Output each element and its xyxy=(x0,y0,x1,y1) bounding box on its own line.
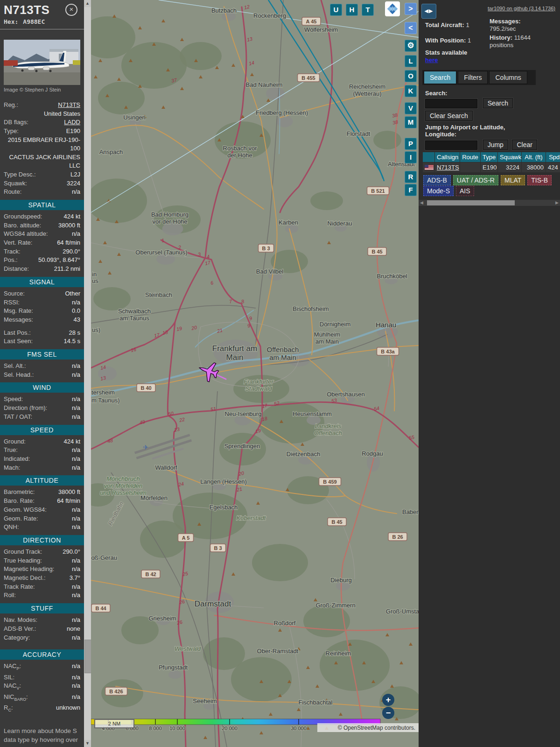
zoom-in-button[interactable]: + xyxy=(382,694,394,706)
row-label: Roll: xyxy=(4,591,16,600)
tab-filters[interactable]: Filters xyxy=(458,71,488,84)
column-header-flag[interactable] xyxy=(423,152,435,162)
route-cell xyxy=(460,162,481,173)
road-badge: B 521 xyxy=(367,187,389,195)
row-value-link[interactable]: LADD xyxy=(31,118,80,127)
source-chip-adsb[interactable]: ADS-B xyxy=(423,175,451,185)
map-svg[interactable]: ✈ A 45B 455B 521B 3B 45B 43aB 40B 459B 4… xyxy=(91,0,419,747)
map-toggle-F[interactable]: F xyxy=(405,184,417,196)
source-chip-modes[interactable]: Mode-S xyxy=(423,186,454,196)
scroll-up-icon[interactable]: ▲ xyxy=(84,0,91,7)
scroll-left-icon[interactable]: ◀ xyxy=(419,200,425,206)
map-label: Fischbachtal xyxy=(299,699,333,706)
svg-text:A 45: A 45 xyxy=(306,19,317,24)
map-button-H[interactable]: H xyxy=(346,4,358,16)
road-badge: B 40 xyxy=(137,384,155,392)
column-header-squawk[interactable]: Squawk xyxy=(498,152,522,162)
data-row: NACV:n/a xyxy=(0,682,84,692)
map-toggle-I[interactable]: I xyxy=(405,151,417,163)
map-label: Heusenstamm xyxy=(293,410,332,417)
data-row: Baro. altitude:38000 ft xyxy=(0,221,84,230)
settings-button[interactable]: ⚙ xyxy=(405,40,417,52)
source-chip-uatadsr[interactable]: UAT / ADS-R xyxy=(453,175,498,185)
map-toggle-L[interactable]: L xyxy=(405,55,417,67)
row-label: Nav. Modes: xyxy=(4,616,37,625)
column-header-altft[interactable]: Alt. (ft) xyxy=(522,152,546,162)
data-row: Vert. Rate:64 ft/min xyxy=(0,239,84,247)
close-icon[interactable]: × xyxy=(65,4,77,16)
stats-here-link[interactable]: here xyxy=(425,56,438,63)
sidebar-scrollbar[interactable]: ▲ ▼ xyxy=(84,0,91,747)
map-label: Koberstadt xyxy=(237,514,266,521)
jump-button[interactable]: Jump xyxy=(483,140,508,150)
source-chip-mlat[interactable]: MLAT xyxy=(501,175,525,185)
row-value-link[interactable]: N713TS xyxy=(21,101,80,110)
altitude-tick-label: 20 000 xyxy=(222,726,238,731)
source-chip-ais[interactable]: AIS xyxy=(456,186,474,196)
history-value: 11644 xyxy=(514,34,531,41)
column-header-route[interactable]: Route xyxy=(460,152,481,162)
map-toggle-V[interactable]: V xyxy=(405,102,417,114)
jump-clear-button[interactable]: Clear xyxy=(512,140,537,150)
map-label: Nidderau xyxy=(328,220,352,227)
source-chip-tisb[interactable]: TIS-B xyxy=(527,175,552,185)
row-label: Pos.: xyxy=(4,256,18,265)
map-toggle-O[interactable]: O xyxy=(405,70,417,82)
row-value: n/a xyxy=(35,413,80,422)
map-label: Bad Nauheim xyxy=(246,81,283,88)
search-button[interactable]: Search xyxy=(483,98,513,108)
zoom-out-button[interactable]: − xyxy=(382,707,394,719)
scrollbar-thumb[interactable] xyxy=(84,640,91,673)
data-row: United States xyxy=(0,110,84,119)
scroll-right-icon[interactable]: ▶ xyxy=(554,200,560,206)
map-label: Mönchbruchvon Mörfeldenund Rüsselsheim xyxy=(100,475,147,496)
map-toggle-K[interactable]: K xyxy=(405,85,417,97)
map-button-U[interactable]: U xyxy=(330,4,342,16)
row-value: n/a xyxy=(24,682,80,692)
panel-toggle-button[interactable]: ◀▶ xyxy=(421,4,436,19)
map-attribution[interactable]: © OpenStreetMap contributors. xyxy=(317,723,419,732)
row-value: unknown xyxy=(16,704,80,714)
map-button-T[interactable]: T xyxy=(362,4,374,16)
row-value: 50.093°, 8.647° xyxy=(21,256,80,265)
jump-input[interactable] xyxy=(425,141,477,150)
data-row: True:n/a xyxy=(0,446,84,455)
row-label: Sel. Head.: xyxy=(4,371,34,380)
tab-columns[interactable]: Columns xyxy=(489,71,527,84)
squawk-cell: 3224 xyxy=(498,162,522,173)
sidebar-open-button[interactable]: > xyxy=(405,3,417,15)
tab-search[interactable]: Search xyxy=(424,71,456,84)
map-label: Hanau xyxy=(376,321,396,329)
table-horizontal-scrollbar[interactable]: ◀ ▶ xyxy=(419,200,560,206)
map-toggle-R[interactable]: R xyxy=(405,171,417,183)
callsign-link[interactable]: N713TS xyxy=(437,164,459,171)
sidebar-collapse-button[interactable]: < xyxy=(405,22,417,34)
search-input[interactable] xyxy=(425,99,477,108)
data-row: Pos.:50.093°, 8.647° xyxy=(0,256,84,265)
row-label: True: xyxy=(4,446,18,455)
layers-button[interactable] xyxy=(385,1,400,16)
map-toggle-P[interactable]: P xyxy=(405,138,417,150)
map-toggle-M[interactable]: M xyxy=(405,116,417,128)
row-value: n/a xyxy=(21,446,80,455)
map-canvas[interactable]: ✈ A 45B 455B 521B 3B 45B 43aB 40B 459B 4… xyxy=(91,0,419,747)
clear-search-button[interactable]: Clear Search xyxy=(425,111,473,121)
altitude-tick-label: 30 000 xyxy=(291,726,307,731)
layers-icon xyxy=(385,1,400,16)
row-value: 38000 ft xyxy=(37,488,80,497)
row-value: n/a xyxy=(31,693,80,704)
data-row: Geom. Rate:n/a xyxy=(0,514,84,523)
messages-label: Messages: xyxy=(490,18,557,25)
scroll-down-icon[interactable]: ▼ xyxy=(84,740,91,747)
data-row: Category:n/a xyxy=(0,634,84,642)
aircraft-data-sections: SPATIALGroundspeed:424 ktBaro. altitude:… xyxy=(0,200,84,714)
svg-text:−: − xyxy=(386,708,391,718)
row-label: True Heading: xyxy=(4,557,42,565)
column-header-type[interactable]: Type xyxy=(481,152,498,162)
scrollbar-thumb[interactable] xyxy=(427,200,515,205)
github-link[interactable]: tar1090 on github (3.14.1736) xyxy=(488,6,555,11)
table-row[interactable]: N713TS E190 3224 38000 424 xyxy=(423,162,560,173)
data-row: TAT / OAT:n/a xyxy=(0,413,84,422)
column-header-callsign[interactable]: Callsign xyxy=(435,152,460,162)
column-header-spd[interactable]: Spd. xyxy=(546,152,560,162)
